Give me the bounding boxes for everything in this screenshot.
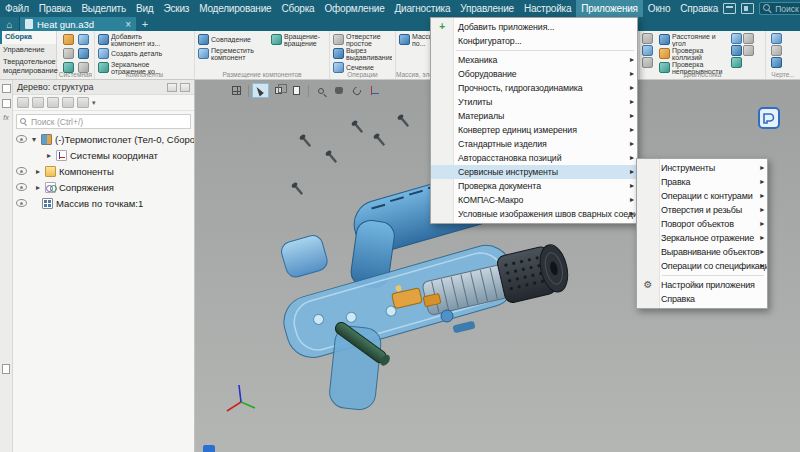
collision-check-button[interactable]: Проверка коллизий <box>658 47 731 60</box>
tree-filter-icon[interactable] <box>62 97 74 108</box>
clearance-icon[interactable] <box>731 57 742 68</box>
sheet-icon[interactable] <box>771 57 782 68</box>
save-icon[interactable] <box>78 34 89 45</box>
submenu-item-app-settings[interactable]: ⚙ Настройки приложения <box>637 278 767 292</box>
menu-assembly[interactable]: Сборка <box>276 0 319 17</box>
expander-icon[interactable]: ▸ <box>34 167 42 176</box>
ribbon-tab-assembly[interactable]: Сборка <box>0 31 56 44</box>
visibility-eye-icon[interactable] <box>16 199 27 207</box>
tree-options-icon[interactable] <box>77 97 89 108</box>
tree-relations-icon[interactable] <box>47 97 59 108</box>
submenu-item-holes-threads[interactable]: Отверстия и резьбы ▸ <box>637 203 767 217</box>
drawing-icon[interactable] <box>771 33 782 44</box>
tree-dropdown-icon[interactable]: ▾ <box>92 99 96 107</box>
submenu-item-help[interactable]: Справка <box>637 292 767 306</box>
tree-panel-toggle-icon[interactable] <box>2 84 11 93</box>
add-component-button[interactable]: Добавить компонент из... <box>97 33 192 46</box>
menu-file[interactable]: Файл <box>0 0 34 17</box>
command-search[interactable] <box>759 2 800 15</box>
home-tab-button[interactable]: ⌂ <box>0 17 20 31</box>
menu-modeling[interactable]: Моделирование <box>194 0 276 17</box>
simple-hole-button[interactable]: Отверстие простое <box>332 33 393 46</box>
command-search-input[interactable] <box>775 4 800 14</box>
menu-item-kompas-macro[interactable]: КОМПАС-Макро ▸ <box>431 193 637 207</box>
document-tab[interactable]: Heat gun.a3d × <box>20 17 136 31</box>
menu-item-utilities[interactable]: Утилиты ▸ <box>431 95 637 109</box>
submenu-item-align-objects[interactable]: Выравнивание объектов ▸ <box>637 245 767 259</box>
submenu-item-specification-operations[interactable]: Операции со спецификацией ▸ <box>637 259 767 273</box>
move-component-button[interactable]: Переместить компонент <box>197 47 270 60</box>
curvature-icon[interactable] <box>731 45 742 56</box>
submenu-item-mirror[interactable]: Зеркальное отражение ▸ <box>637 231 767 245</box>
pan-icon[interactable] <box>330 83 347 98</box>
menu-item-equipment[interactable]: Оборудование ▸ <box>431 67 637 81</box>
orientation-cube-icon[interactable] <box>270 83 287 98</box>
submenu-item-edit[interactable]: Правка ▸ <box>637 175 767 189</box>
close-tab-icon[interactable]: × <box>125 19 131 30</box>
ribbon-tab-management[interactable]: Управление <box>0 44 56 57</box>
smoothness-icon[interactable] <box>743 45 754 56</box>
ribbon-tab-solid-modeling[interactable]: Твердотельное моделирование <box>0 56 56 77</box>
menu-item-mechanics[interactable]: Механика ▸ <box>431 53 637 67</box>
selection-mode-icon[interactable] <box>252 83 269 98</box>
expander-icon[interactable]: ▸ <box>45 151 53 160</box>
expander-icon[interactable]: ▾ <box>30 135 38 144</box>
menu-sketch[interactable]: Эскиз <box>158 0 194 17</box>
menu-management[interactable]: Управление <box>455 0 519 17</box>
views-icon[interactable] <box>771 45 782 56</box>
tree-pin-icon[interactable] <box>167 83 177 92</box>
check-icon[interactable] <box>731 33 742 44</box>
cut-extrude-button[interactable]: Вырез выдавливанием <box>332 47 393 60</box>
coincidence-button[interactable]: Совпадение <box>197 33 270 46</box>
tree-structure-icon[interactable] <box>17 97 29 108</box>
menu-edit[interactable]: Правка <box>34 0 77 17</box>
tree-item-coordinate-systems[interactable]: ▸ Системы координат <box>13 147 194 163</box>
print-icon[interactable] <box>63 48 74 59</box>
new-tab-button[interactable]: + <box>136 17 154 31</box>
menu-item-configurator[interactable]: Конфигуратор... <box>431 34 637 48</box>
rotate-view-icon[interactable] <box>348 83 365 98</box>
tree-item-point-pattern[interactable]: Массив по точкам:1 <box>13 195 194 211</box>
visibility-eye-icon[interactable] <box>16 167 27 175</box>
distance-angle-button[interactable]: Расстояние и угол <box>658 33 731 46</box>
display-mode-icon[interactable] <box>288 83 305 98</box>
menu-applications[interactable]: Приложения <box>576 0 643 17</box>
layout-icon[interactable] <box>723 3 736 14</box>
mass-properties-icon[interactable] <box>642 57 653 68</box>
menu-diagnostics[interactable]: Диагностика <box>390 0 456 17</box>
menu-item-document-check[interactable]: Проверка документа ▸ <box>431 179 637 193</box>
menu-item-weld-symbols[interactable]: Условные изображения швов сварных соедин… <box>431 207 637 221</box>
tree-search-input[interactable] <box>31 117 187 127</box>
variables-panel-icon[interactable]: fx <box>3 114 8 121</box>
menu-select[interactable]: Выделить <box>76 0 131 17</box>
menu-item-service-tools[interactable]: Сервисные инструменты ▸ <box>431 165 637 179</box>
tree-composition-icon[interactable] <box>32 97 44 108</box>
deviation-icon[interactable] <box>743 33 754 44</box>
visibility-eye-icon[interactable] <box>16 183 27 191</box>
menu-item-auto-positioning[interactable]: Авторасстановка позиций ▸ <box>431 151 637 165</box>
visibility-eye-icon[interactable] <box>16 135 27 143</box>
tree-item-root[interactable]: ▾ (-)Термопистолет (Тел-0, Сборочных е..… <box>13 131 194 147</box>
measure-icon[interactable] <box>642 33 653 44</box>
panels-icon[interactable] <box>741 3 754 14</box>
submenu-item-tools[interactable]: Инструменты ▸ <box>637 161 767 175</box>
open-icon[interactable] <box>63 34 74 45</box>
menu-layout[interactable]: Оформление <box>319 0 389 17</box>
submenu-item-contour-operations[interactable]: Операции с контурами ▸ <box>637 189 767 203</box>
tree-search[interactable] <box>16 114 191 129</box>
menu-item-strength-hydrodynamics[interactable]: Прочность, гидрогазодинамика ▸ <box>431 81 637 95</box>
menu-settings[interactable]: Настройка <box>519 0 576 17</box>
menu-item-standard-parts[interactable]: Стандартные изделия ▸ <box>431 137 637 151</box>
tree-item-components[interactable]: ▸ Компоненты <box>13 163 194 179</box>
axes-display-icon[interactable] <box>366 83 383 98</box>
undo-icon[interactable] <box>78 48 89 59</box>
document-panel-icon[interactable] <box>2 364 10 374</box>
zoom-icon[interactable] <box>312 83 329 98</box>
menu-item-materials[interactable]: Материалы ▸ <box>431 109 637 123</box>
menu-item-add-applications[interactable]: + Добавить приложения... <box>431 20 637 34</box>
tree-close-icon[interactable] <box>180 83 190 92</box>
viewport-layout-icon[interactable] <box>228 83 245 98</box>
menu-item-unit-converter[interactable]: Конвертер единиц измерения ▸ <box>431 123 637 137</box>
menu-window[interactable]: Окно <box>643 0 675 17</box>
submenu-item-rotate-objects[interactable]: Поворот объектов ▸ <box>637 217 767 231</box>
